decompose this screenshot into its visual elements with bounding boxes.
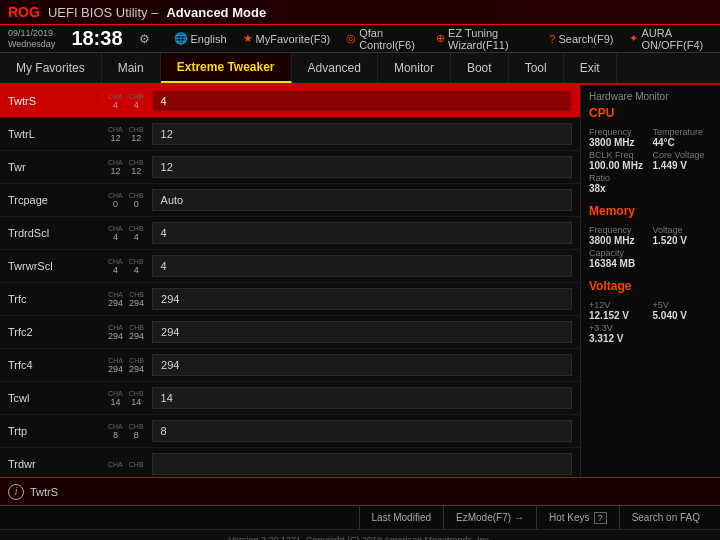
- value-bar[interactable]: 8: [152, 420, 572, 442]
- table-row[interactable]: Trcpage CHA0 CHB0 Auto: [0, 184, 580, 217]
- qfan-button[interactable]: ◎ Qfan Control(F6): [346, 27, 420, 51]
- last-modified-item: Last Modified: [359, 506, 443, 529]
- p5v-value: 5.040 V: [653, 310, 713, 321]
- table-row[interactable]: TwrwrScl CHA4 CHB4 4: [0, 250, 580, 283]
- ezmode-button[interactable]: EzMode(F7) →: [443, 506, 536, 529]
- table-row[interactable]: Tcwl CHA14 CHB14 14: [0, 382, 580, 415]
- nav-main[interactable]: Main: [102, 53, 161, 83]
- table-row[interactable]: TrdrdScl CHA4 CHB4 4: [0, 217, 580, 250]
- vcore-value: 1.449 V: [653, 160, 713, 171]
- p5v-label: +5V: [653, 300, 713, 310]
- value-bar[interactable]: 4: [152, 255, 572, 277]
- row-label: Twr: [8, 161, 108, 173]
- settings-gear-icon[interactable]: ⚙: [139, 32, 150, 46]
- nav-boot[interactable]: Boot: [451, 53, 509, 83]
- table-row[interactable]: TwtrL CHA12 CHB12 12: [0, 118, 580, 151]
- row-label: Trtp: [8, 425, 108, 437]
- aura-label: AURA ON/OFF(F4): [641, 27, 712, 51]
- cha-chb-display: CHA4 CHB4: [108, 225, 144, 242]
- value-bar[interactable]: 12: [152, 123, 572, 145]
- row-label: Trfc: [8, 293, 108, 305]
- cha-chb-display: CHA0 CHB0: [108, 192, 144, 209]
- mode-title: Advanced Mode: [166, 5, 266, 20]
- table-row[interactable]: Trfc4 CHA294 CHB294 294: [0, 349, 580, 382]
- memory-section: Memory Frequency 3800 MHz Voltage 1.520 …: [589, 204, 712, 269]
- eztuning-icon: ⊕: [436, 32, 445, 45]
- row-label: Trdwr: [8, 458, 108, 470]
- cha-chb-display: CHA8 CHB8: [108, 423, 144, 440]
- value-bar[interactable]: 4: [152, 222, 572, 244]
- hotkeys-key-badge: ?: [594, 512, 607, 524]
- p12v-value: 12.152 V: [589, 310, 649, 321]
- language-selector[interactable]: 🌐 English: [174, 32, 227, 45]
- language-label: English: [191, 33, 227, 45]
- nav-advanced[interactable]: Advanced: [292, 53, 378, 83]
- nav-exit[interactable]: Exit: [564, 53, 617, 83]
- hotkeys-button[interactable]: Hot Keys ?: [536, 506, 619, 529]
- search-button[interactable]: ? Search(F9): [549, 33, 613, 45]
- table-row[interactable]: Twr CHA12 CHB12 12: [0, 151, 580, 184]
- nav-monitor[interactable]: Monitor: [378, 53, 451, 83]
- datetime-display: 09/11/2019 Wednesday: [8, 28, 55, 50]
- search-icon: ?: [549, 33, 555, 45]
- nav-myfavorites[interactable]: My Favorites: [0, 53, 102, 83]
- value-bar[interactable]: 294: [152, 288, 572, 310]
- nav-tool[interactable]: Tool: [509, 53, 564, 83]
- vcore-label: Core Voltage: [653, 150, 713, 160]
- aura-button[interactable]: ✦ AURA ON/OFF(F4): [629, 27, 712, 51]
- row-label: Tcwl: [8, 392, 108, 404]
- cha-chb-display: CHA12 CHB12: [108, 159, 144, 176]
- myfavorites-label: MyFavorite(F3): [256, 33, 331, 45]
- mem-volt-value: 1.520 V: [653, 235, 713, 246]
- row-label: TwtrS: [8, 95, 108, 107]
- language-icon: 🌐: [174, 32, 188, 45]
- cha-chb-display: CHA294 CHB294: [108, 357, 144, 374]
- ezmode-arrow-icon: →: [514, 512, 524, 523]
- table-row[interactable]: Trdwr CHA CHB: [0, 448, 580, 477]
- value-bar[interactable]: [152, 453, 572, 475]
- table-row[interactable]: TwtrS CHA4 CHB4 4: [0, 85, 580, 118]
- value-bar[interactable]: 12: [152, 156, 572, 178]
- bclk-value: 100.00 MHz: [589, 160, 649, 171]
- favorites-icon: ★: [243, 32, 253, 45]
- cha-chb-display: CHA12 CHB12: [108, 126, 144, 143]
- p33v-label: +3.3V: [589, 323, 712, 333]
- aura-icon: ✦: [629, 32, 638, 45]
- value-bar[interactable]: 14: [152, 387, 572, 409]
- table-row[interactable]: Trtp CHA8 CHB8 8: [0, 415, 580, 448]
- p33v-value: 3.312 V: [589, 333, 712, 344]
- nav-extreme-tweaker[interactable]: Extreme Tweaker: [161, 53, 292, 83]
- timing-table: TwtrS CHA4 CHB4 4 TwtrL CHA12 CHB12 12 T…: [0, 85, 580, 477]
- mem-cap-label: Capacity: [589, 248, 712, 258]
- panel-title: Hardware Monitor: [589, 91, 712, 102]
- info-icon: i: [8, 484, 24, 500]
- value-bar[interactable]: Auto: [152, 189, 572, 211]
- cpu-freq-value: 3800 MHz: [589, 137, 649, 148]
- row-label: Trcpage: [8, 194, 108, 206]
- cha-chb-display: CHA14 CHB14: [108, 390, 144, 407]
- eztuning-button[interactable]: ⊕ EZ Tuning Wizard(F11): [436, 27, 533, 51]
- value-bar[interactable]: 294: [152, 321, 572, 343]
- myfavorites-button[interactable]: ★ MyFavorite(F3): [243, 32, 331, 45]
- row-label: TwrwrScl: [8, 260, 108, 272]
- hotkeys-label: Hot Keys: [549, 512, 590, 523]
- cha-chb-display: CHA4 CHB4: [108, 93, 144, 110]
- status-bar: Last Modified EzMode(F7) → Hot Keys ? Se…: [0, 505, 720, 529]
- cpu-temp-label: Temperature: [653, 127, 713, 137]
- qfan-label: Qfan Control(F6): [359, 27, 420, 51]
- cpu-temp-value: 44°C: [653, 137, 713, 148]
- table-row[interactable]: Trfc CHA294 CHB294 294: [0, 283, 580, 316]
- row-label: Trfc4: [8, 359, 108, 371]
- cha-chb-display: CHA4 CHB4: [108, 258, 144, 275]
- main-content: TwtrS CHA4 CHB4 4 TwtrL CHA12 CHB12 12 T…: [0, 85, 720, 477]
- footer-text: Version 2.20.1271. Copyright (C) 2019 Am…: [228, 535, 491, 541]
- searchfaq-label: Search on FAQ: [632, 512, 700, 523]
- value-bar[interactable]: 294: [152, 354, 572, 376]
- searchfaq-button[interactable]: Search on FAQ: [619, 506, 712, 529]
- table-row[interactable]: Trfc2 CHA294 CHB294 294: [0, 316, 580, 349]
- value-bar[interactable]: 4: [152, 90, 572, 112]
- voltage-section: Voltage +12V 12.152 V +5V 5.040 V +3.3V …: [589, 279, 712, 344]
- hardware-monitor-panel: Hardware Monitor CPU Frequency 3800 MHz …: [580, 85, 720, 477]
- mem-volt-label: Voltage: [653, 225, 713, 235]
- day-display: Wednesday: [8, 39, 55, 50]
